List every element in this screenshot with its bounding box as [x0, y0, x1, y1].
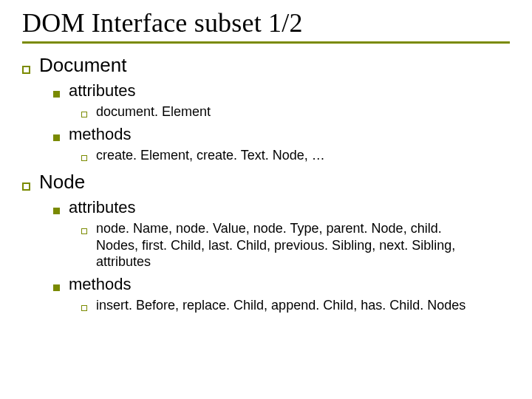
- list-item: Node attributes node. Name, node. Value,…: [22, 171, 510, 313]
- l3-label: node. Name, node. Value, node. Type, par…: [96, 220, 480, 270]
- l2-label: methods: [69, 125, 131, 144]
- list-item: attributes node. Name, node. Value, node…: [53, 198, 510, 270]
- l1-label: Document: [39, 54, 127, 77]
- l2-label: methods: [69, 275, 131, 294]
- list-item: methods create. Element, create. Text. N…: [53, 125, 510, 164]
- list-item: create. Element, create. Text. Node, …: [81, 147, 510, 164]
- square-small-outline-bullet-icon: [81, 112, 87, 117]
- square-filled-bullet-icon: [53, 91, 60, 98]
- square-filled-bullet-icon: [53, 208, 60, 214]
- l2-label: attributes: [69, 198, 136, 217]
- list-item: insert. Before, replace. Child, append. …: [81, 297, 510, 314]
- list-item: node. Name, node. Value, node. Type, par…: [81, 220, 510, 270]
- square-outline-bullet-icon: [22, 183, 30, 191]
- square-filled-bullet-icon: [53, 284, 60, 291]
- title-underline: [22, 41, 510, 44]
- l2-label: attributes: [69, 81, 136, 100]
- list-item: Document attributes document. Element: [22, 54, 510, 163]
- square-small-outline-bullet-icon: [81, 305, 87, 311]
- bullet-list: Document attributes document. Element: [22, 54, 510, 313]
- list-item: document. Element: [81, 103, 510, 120]
- square-small-outline-bullet-icon: [81, 155, 87, 161]
- list-item: methods insert. Before, replace. Child, …: [53, 275, 510, 314]
- square-outline-bullet-icon: [22, 66, 30, 74]
- square-filled-bullet-icon: [53, 134, 60, 141]
- slide: DOM Interface subset 1/2 Document attrib…: [0, 0, 532, 399]
- l1-label: Node: [39, 171, 85, 194]
- l3-label: insert. Before, replace. Child, append. …: [96, 297, 466, 314]
- list-item: attributes document. Element: [53, 81, 510, 120]
- l3-label: create. Element, create. Text. Node, …: [96, 147, 325, 164]
- slide-title: DOM Interface subset 1/2: [22, 7, 510, 38]
- l3-label: document. Element: [96, 103, 211, 120]
- square-small-outline-bullet-icon: [81, 228, 87, 234]
